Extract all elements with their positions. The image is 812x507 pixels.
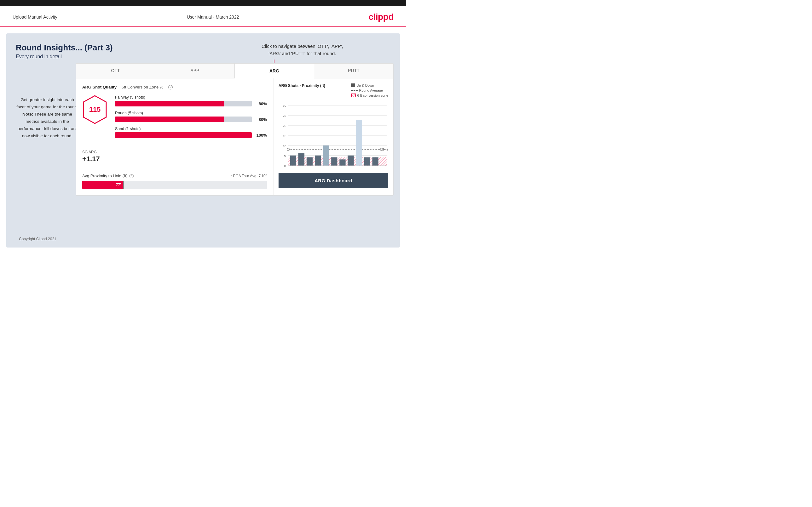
- proximity-info-icon[interactable]: ?: [129, 174, 134, 178]
- logo: clippd: [369, 12, 394, 22]
- legend-updown-label: Up & Down: [357, 83, 374, 87]
- bar-label-fairway: Fairway (5 shots): [115, 95, 267, 100]
- panel-header: ARG Shot Quality 6ft Conversion Zone % ?: [82, 85, 267, 90]
- chart-header: ARG Shots - Proximity (ft) Up & Down Rou…: [278, 83, 388, 97]
- legend-item-avg: Round Average: [351, 89, 388, 92]
- insight-text: Get greater insight into each facet of y…: [16, 96, 79, 140]
- conversion-label: 6ft Conversion Zone %: [121, 85, 163, 90]
- proximity-section: Avg Proximity to Hole (ft) ? ↑ PGA Tour …: [82, 169, 267, 189]
- bar-label-rough: Rough (5 shots): [115, 111, 267, 115]
- svg-rect-29: [323, 146, 329, 166]
- svg-rect-28: [315, 156, 321, 166]
- shot-bars: Fairway (5 shots) 80% Rough (5 shots): [115, 95, 267, 142]
- proximity-value: 77': [116, 183, 121, 187]
- hex-value: 115: [89, 106, 101, 114]
- proximity-bar-fill: 77': [82, 181, 123, 189]
- top-bar: [0, 0, 406, 6]
- tab-ott[interactable]: OTT: [76, 64, 155, 78]
- svg-rect-31: [339, 159, 345, 165]
- svg-text:10: 10: [283, 144, 287, 148]
- insight-main: Get greater insight into each facet of y…: [16, 97, 78, 109]
- svg-text:25: 25: [283, 114, 287, 117]
- chart-title: ARG Shots - Proximity (ft): [278, 83, 325, 88]
- sg-section: SG ARG +1.17: [82, 150, 267, 163]
- upload-label: Upload Manual Activity: [13, 14, 57, 19]
- insight-note-label: Note:: [22, 112, 34, 116]
- chart-svg: 0 5 10 15 20 25 30: [278, 101, 388, 170]
- hex-container: 115 Fairway (5 shots) 80%: [82, 95, 267, 142]
- tab-putt[interactable]: PUTT: [314, 64, 393, 78]
- arg-dashboard-button[interactable]: ARG Dashboard: [278, 173, 388, 188]
- svg-text:8: 8: [386, 148, 388, 151]
- bar-fill-fairway: [115, 101, 224, 106]
- tab-app[interactable]: APP: [155, 64, 235, 78]
- bar-track-sand: [115, 132, 252, 138]
- sg-value: +1.17: [82, 155, 267, 163]
- bar-row-rough: Rough (5 shots) 80%: [115, 111, 267, 122]
- svg-rect-32: [348, 156, 354, 166]
- tabs: OTT APP ARG PUTT: [76, 64, 393, 78]
- sg-label: SG ARG: [82, 150, 267, 154]
- legend-item-zone: 6 ft conversion zone: [351, 94, 388, 97]
- bar-row-fairway: Fairway (5 shots) 80%: [115, 95, 267, 106]
- svg-point-22: [380, 148, 383, 151]
- svg-rect-35: [372, 158, 378, 166]
- svg-rect-34: [364, 158, 370, 166]
- bar-fill-rough: [115, 116, 224, 122]
- shot-quality-label: ARG Shot Quality: [82, 85, 116, 90]
- bar-track-rough: [115, 116, 252, 122]
- hexagon-score: 115: [82, 95, 107, 124]
- card-body: ARG Shot Quality 6ft Conversion Zone % ?…: [76, 78, 393, 195]
- legend-item-updown: Up & Down: [351, 83, 388, 87]
- bar-row-sand: Sand (1 shots) 100%: [115, 127, 267, 138]
- footer: Copyright Clippd 2021: [19, 237, 56, 241]
- svg-text:30: 30: [283, 104, 287, 107]
- bar-pct-sand: 100%: [255, 133, 267, 137]
- svg-point-21: [287, 148, 290, 151]
- legend-avg-label: Round Average: [359, 89, 383, 92]
- right-panel: ARG Shots - Proximity (ft) Up & Down Rou…: [273, 78, 393, 195]
- bar-track-fairway: [115, 101, 252, 106]
- conversion-info-icon[interactable]: ?: [168, 85, 173, 90]
- svg-marker-23: [383, 148, 386, 151]
- bar-label-sand: Sand (1 shots): [115, 127, 267, 131]
- legend-updown-icon: [351, 83, 355, 87]
- proximity-marker: [123, 181, 123, 189]
- legend-zone-icon: [351, 94, 356, 97]
- legend-zone-label: 6 ft conversion zone: [357, 94, 388, 97]
- svg-text:15: 15: [283, 134, 287, 137]
- proximity-title: Avg Proximity to Hole (ft) ?: [82, 173, 134, 178]
- nav-hint-text: Click to navigate between 'OTT', 'APP','…: [261, 44, 343, 56]
- svg-rect-26: [298, 153, 304, 166]
- copyright: Copyright Clippd 2021: [19, 237, 56, 241]
- svg-text:20: 20: [283, 124, 287, 127]
- header: Upload Manual Activity User Manual - Mar…: [0, 6, 406, 27]
- svg-rect-33: [356, 120, 362, 166]
- chart-legend: Up & Down Round Average 6 ft conversion …: [351, 83, 388, 97]
- legend-avg-icon: [351, 90, 358, 91]
- dashboard-card: OTT APP ARG PUTT ARG Shot Quality 6ft Co…: [75, 63, 394, 195]
- svg-rect-25: [290, 156, 296, 166]
- pga-tour-avg: ↑ PGA Tour Avg: 7'10": [230, 174, 267, 178]
- svg-text:0: 0: [284, 164, 286, 168]
- chart-area: 0 5 10 15 20 25 30: [278, 101, 388, 170]
- bar-pct-fairway: 80%: [255, 101, 267, 106]
- tab-arg[interactable]: ARG: [235, 64, 314, 78]
- svg-rect-30: [331, 158, 337, 166]
- manual-label: User Manual - March 2022: [187, 14, 239, 19]
- bar-pct-rough: 80%: [255, 117, 267, 122]
- svg-text:5: 5: [284, 154, 286, 158]
- proximity-header: Avg Proximity to Hole (ft) ? ↑ PGA Tour …: [82, 173, 267, 178]
- bar-fill-sand: [115, 132, 252, 138]
- proximity-bar-track: 77': [82, 181, 267, 189]
- main-content: Round Insights... (Part 3) Every round i…: [6, 34, 400, 247]
- svg-rect-27: [307, 158, 313, 166]
- left-panel: ARG Shot Quality 6ft Conversion Zone % ?…: [76, 78, 273, 195]
